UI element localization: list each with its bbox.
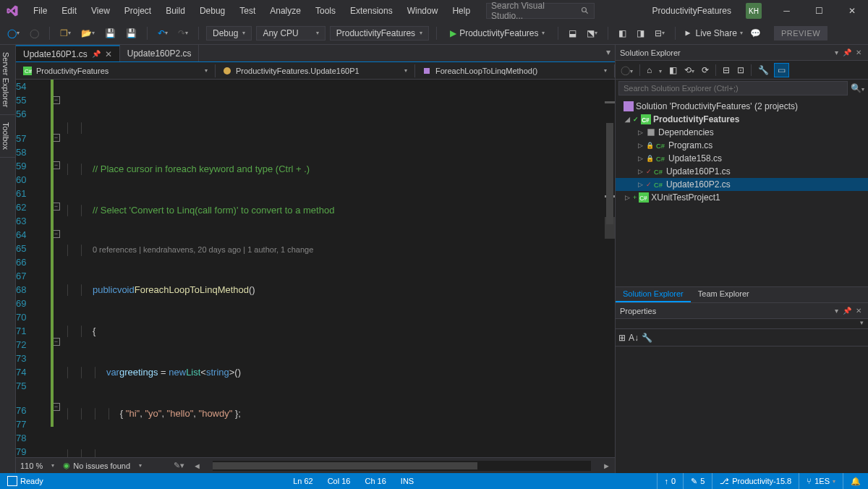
- step-into-button[interactable]: ⬓: [566, 26, 579, 41]
- collapse-all-icon[interactable]: ⊟: [720, 63, 732, 77]
- menu-edit[interactable]: Edit: [54, 1, 84, 20]
- output-icon[interactable]: [7, 476, 17, 486]
- solution-search-input[interactable]: [618, 81, 848, 95]
- home-icon[interactable]: ⌂: [644, 63, 654, 77]
- file-node[interactable]: ▷ 🔒 C# Program.cs: [616, 139, 868, 152]
- nav-back-button[interactable]: ◯▾: [4, 26, 22, 41]
- platform-dropdown[interactable]: Any CPU▾: [256, 26, 325, 41]
- fold-column[interactable]: − − − − − − −: [52, 80, 65, 457]
- feedback-button[interactable]: 💬: [747, 26, 764, 41]
- file-node-selected[interactable]: ▷ ✓ C# Update160P2.cs: [616, 178, 868, 191]
- menu-project[interactable]: Project: [117, 1, 158, 20]
- live-share-button[interactable]: Live Share▾: [683, 28, 743, 38]
- nav-project-dropdown[interactable]: C# ProductivityFeatures▾: [16, 64, 216, 77]
- dependencies-node[interactable]: ▷ Dependencies: [616, 126, 868, 139]
- status-ch[interactable]: Ch 16: [357, 473, 393, 489]
- pending-changes-icon[interactable]: ◧: [667, 63, 679, 77]
- status-repo[interactable]: ⎇ Productivity-15.8: [712, 473, 799, 489]
- minimize-button[interactable]: ─: [770, 0, 803, 22]
- nav-forward-button[interactable]: ◯: [27, 26, 42, 41]
- save-button[interactable]: 💾: [102, 26, 119, 41]
- back-icon[interactable]: ◯▾: [618, 63, 635, 77]
- pin-icon[interactable]: 📌: [92, 50, 101, 58]
- team-explorer-tab[interactable]: Team Explorer: [691, 287, 757, 302]
- menu-extensions[interactable]: Extensions: [343, 1, 400, 20]
- nav-class-dropdown[interactable]: ProductivityFeatures.Update160P1▾: [216, 64, 415, 77]
- solution-explorer-tab[interactable]: Solution Explorer: [616, 287, 691, 302]
- config-dropdown[interactable]: Debug▾: [206, 26, 252, 41]
- sync-icon[interactable]: ▾: [657, 63, 664, 77]
- panel-pin-icon[interactable]: 📌: [841, 307, 854, 315]
- panel-close-icon[interactable]: ✕: [854, 48, 864, 56]
- user-avatar[interactable]: KH: [746, 3, 762, 19]
- toolbox-tab[interactable]: Toolbox: [0, 115, 15, 158]
- tab-update160p1[interactable]: Update160P1.cs 📌 ✕: [16, 45, 120, 61]
- horizontal-scrollbar[interactable]: [213, 461, 591, 471]
- file-node[interactable]: ▷ ✓ C# Update160P1.cs: [616, 165, 868, 178]
- status-line[interactable]: Ln 62: [286, 473, 320, 489]
- preview-button[interactable]: PREVIEW: [774, 26, 827, 41]
- code-editor[interactable]: 54 55 56 57 58 59 60 61 62 63 64 65 66 6…: [16, 80, 615, 457]
- props-wrench-icon[interactable]: 🔧: [642, 333, 652, 343]
- show-all-icon[interactable]: ⊡: [735, 63, 746, 77]
- menu-view[interactable]: View: [84, 1, 117, 20]
- sync-active-icon[interactable]: ⟲▾: [682, 63, 697, 77]
- panel-dropdown-icon[interactable]: ▾: [833, 307, 841, 315]
- solution-node[interactable]: Solution 'ProductivityFeatures' (2 proje…: [616, 100, 868, 113]
- project-node[interactable]: ▷ + C# XUnitTestProject1: [616, 191, 868, 204]
- status-publish[interactable]: ↑ 0: [657, 473, 684, 489]
- close-button[interactable]: ✕: [835, 0, 868, 22]
- menu-build[interactable]: Build: [158, 1, 192, 20]
- status-notifications[interactable]: 🔔: [843, 473, 868, 489]
- menu-file[interactable]: File: [26, 1, 54, 20]
- menu-analyze[interactable]: Analyze: [263, 1, 308, 20]
- menu-window[interactable]: Window: [400, 1, 446, 20]
- alphabetical-icon[interactable]: A↓: [629, 333, 639, 343]
- properties-icon[interactable]: 🔧: [756, 63, 771, 77]
- categorized-icon[interactable]: ⊞: [618, 333, 626, 343]
- search-box[interactable]: Search Visual Studio...: [486, 3, 595, 19]
- startup-dropdown[interactable]: ProductivityFeatures▾: [330, 26, 429, 41]
- file-node[interactable]: ▷ 🔒 C# Update158.cs: [616, 152, 868, 165]
- zoom-level[interactable]: 110 %: [20, 462, 43, 470]
- error-indicator[interactable]: ◉No issues found: [63, 461, 130, 470]
- indent-less-button[interactable]: ◧: [616, 26, 629, 41]
- menu-test[interactable]: Test: [232, 1, 263, 20]
- menu-debug[interactable]: Debug: [192, 1, 232, 20]
- save-all-button[interactable]: 💾: [123, 26, 140, 41]
- panel-pin-icon[interactable]: 📌: [841, 48, 854, 56]
- server-explorer-tab[interactable]: Server Explorer: [0, 45, 15, 115]
- tab-overflow-button[interactable]: ▾: [602, 45, 615, 61]
- properties-grid[interactable]: [616, 346, 868, 473]
- undo-button[interactable]: ↶▾: [155, 26, 171, 41]
- panel-dropdown-icon[interactable]: ▾: [833, 48, 841, 56]
- nav-member-dropdown[interactable]: ForeachLoopToLinqMethod()▾: [415, 64, 615, 77]
- status-col[interactable]: Col 16: [320, 473, 358, 489]
- menu-help[interactable]: Help: [445, 1, 477, 20]
- open-file-button[interactable]: 📂▾: [78, 26, 98, 41]
- tab-update160p2[interactable]: Update160P2.cs: [120, 45, 200, 61]
- panel-close-icon[interactable]: ✕: [854, 307, 864, 315]
- search-icon[interactable]: 🔍▾: [850, 83, 864, 93]
- vertical-scrollbar[interactable]: [605, 80, 615, 457]
- new-project-button[interactable]: ❐▾: [57, 26, 74, 41]
- redo-button[interactable]: ↷▾: [175, 26, 191, 41]
- light-bulb-icon[interactable]: ✎▾: [174, 461, 184, 470]
- dropdown-icon[interactable]: ▾: [860, 319, 864, 326]
- close-tab-icon[interactable]: ✕: [105, 49, 112, 59]
- menu-tools[interactable]: Tools: [308, 1, 343, 20]
- status-pending[interactable]: ✎ 5: [683, 473, 712, 489]
- preview-icon[interactable]: ▭: [774, 63, 789, 77]
- step-over-button[interactable]: ⬔▾: [584, 26, 600, 41]
- comment-button[interactable]: ⊟▾: [652, 26, 668, 41]
- status-branch[interactable]: ⑂ 1ES ▾: [799, 473, 843, 489]
- status-ins[interactable]: INS: [393, 473, 421, 489]
- maximize-button[interactable]: ☐: [803, 0, 835, 22]
- project-node[interactable]: ◢ ✓ C# ProductivityFeatures: [616, 113, 868, 126]
- start-debug-button[interactable]: ▶ ProductivityFeatures ▾: [444, 26, 550, 41]
- refresh-icon[interactable]: ⟳: [699, 63, 711, 77]
- csharp-project-icon: C#: [23, 67, 32, 75]
- solution-tree[interactable]: Solution 'ProductivityFeatures' (2 proje…: [616, 97, 868, 286]
- indent-more-button[interactable]: ◨: [634, 26, 647, 41]
- code-content[interactable]: │ │ │ │ // Place cursor in foreach keywo…: [65, 80, 615, 457]
